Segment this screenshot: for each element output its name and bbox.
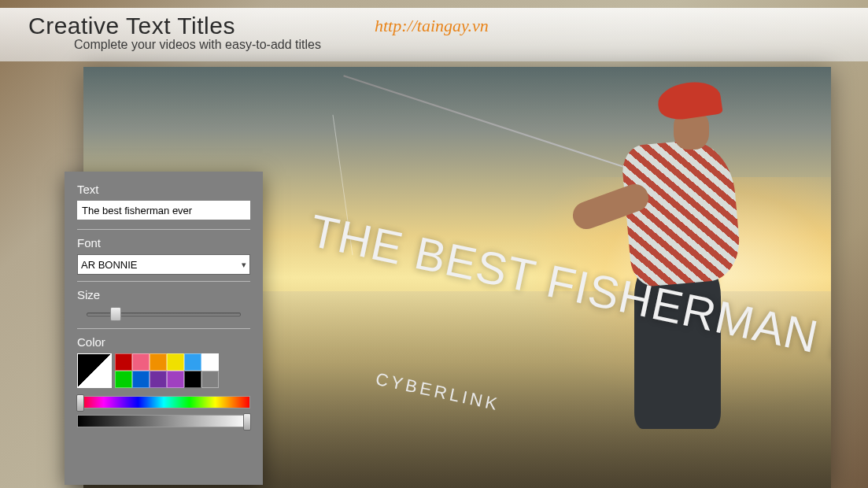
color-swatch[interactable]	[132, 371, 150, 388]
bw-swatch[interactable]	[77, 353, 112, 388]
fisherman-figure	[563, 83, 768, 429]
header-bar: Creative Text Titles Complete your video…	[0, 8, 868, 61]
size-slider[interactable]	[77, 306, 250, 322]
color-field-label: Color	[77, 335, 250, 349]
chevron-down-icon: ▾	[242, 260, 246, 270]
color-swatch[interactable]	[115, 353, 132, 371]
watermark-link[interactable]: http://taingay.vn	[375, 16, 489, 36]
font-selected-value: AR BONNIE	[81, 259, 138, 271]
divider	[77, 281, 250, 282]
color-swatch-grid	[115, 353, 219, 388]
color-swatch[interactable]	[167, 371, 184, 388]
color-swatch[interactable]	[184, 371, 201, 388]
text-edit-panel: Text Font AR BONNIE ▾ Size Color	[65, 172, 263, 485]
color-swatch[interactable]	[132, 353, 150, 371]
text-field-label: Text	[77, 183, 250, 196]
title-text-input[interactable]	[77, 201, 250, 220]
color-swatch[interactable]	[167, 353, 184, 371]
font-dropdown[interactable]: AR BONNIE ▾	[77, 254, 250, 275]
color-swatch[interactable]	[150, 371, 167, 388]
color-swatch[interactable]	[201, 371, 219, 388]
luminance-slider[interactable]	[77, 415, 250, 427]
hue-slider[interactable]	[77, 396, 250, 409]
luminance-thumb[interactable]	[243, 413, 251, 431]
color-swatch[interactable]	[115, 371, 132, 388]
color-swatch[interactable]	[150, 353, 167, 371]
page-subtitle: Complete your videos with easy-to-add ti…	[74, 38, 840, 52]
slider-thumb[interactable]	[110, 307, 121, 321]
divider	[77, 229, 250, 230]
color-swatch[interactable]	[184, 353, 201, 371]
color-swatch-row	[77, 353, 250, 388]
size-field-label: Size	[77, 288, 250, 301]
color-swatch[interactable]	[201, 353, 219, 371]
font-field-label: Font	[77, 236, 250, 250]
divider	[77, 328, 250, 329]
hue-thumb[interactable]	[76, 394, 84, 412]
